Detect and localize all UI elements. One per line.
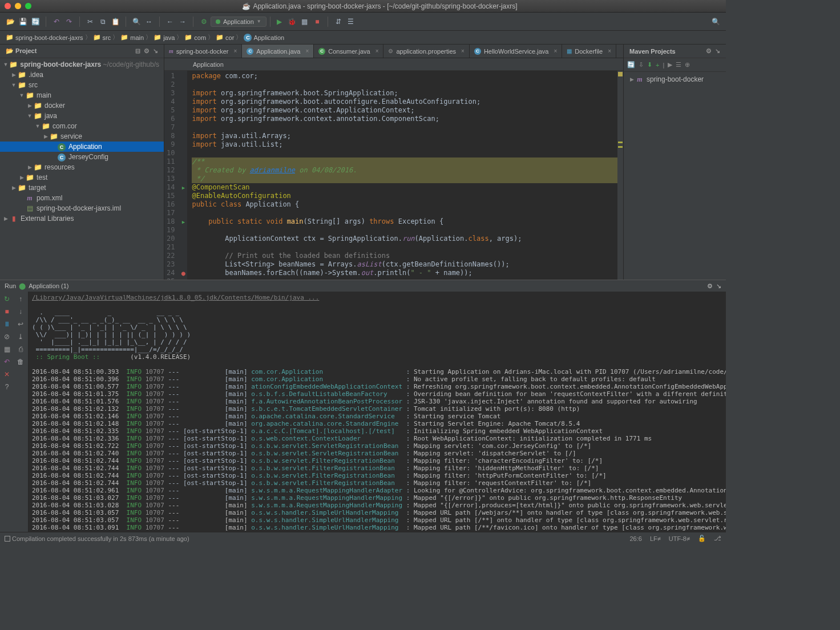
clear-icon[interactable]: 🗑 [15,357,26,367]
tree-resources[interactable]: ▶📁resources [0,162,164,172]
pause-icon[interactable]: ⏸ [2,319,12,329]
rerun-icon[interactable]: ↻ [2,294,12,304]
crumb-com[interactable]: 📁com [184,34,206,41]
line-separator[interactable]: LF≠ [650,535,661,542]
tree-src[interactable]: ▼📁src [0,80,164,90]
line-column[interactable]: 26:6 [630,535,642,542]
structure-icon[interactable]: ☰ [345,16,357,27]
hide-icon[interactable]: ↘ [716,282,721,290]
tree-extlib[interactable]: ▶▮External Libraries [0,213,164,224]
make-icon[interactable]: ⚙ [198,16,209,27]
close-icon[interactable]: × [375,48,379,54]
tab-spring-boot-docker[interactable]: mspring-boot-docker× [164,45,242,58]
forward-icon[interactable]: → [177,16,188,27]
cut-icon[interactable]: ✂ [84,16,96,27]
refresh-icon[interactable]: 🔄 [627,61,635,68]
find-icon[interactable]: 🔍 [131,16,142,27]
readonly-icon[interactable]: 🔓 [698,535,706,542]
mac-close-button[interactable] [5,3,11,9]
encoding[interactable]: UTF-8≠ [669,535,690,542]
tree-service[interactable]: ▶📁service [0,131,164,142]
code-content[interactable]: package com.cor; import org.springframew… [187,71,623,280]
run-maven-icon[interactable]: ▶ [668,61,672,68]
add-icon[interactable]: + [656,62,659,68]
tree-iml[interactable]: ▤spring-boot-docker-jaxrs.iml [0,203,164,213]
up-icon[interactable]: ↑ [15,294,26,304]
close-icon[interactable]: × [305,48,309,54]
hide-icon[interactable]: ↘ [153,47,158,55]
save-icon[interactable]: 💾 [17,16,29,27]
hide-icon[interactable]: ↘ [715,47,720,55]
editor-scrollbar[interactable] [617,71,623,280]
gear-icon[interactable]: ⚙ [707,282,713,290]
console-output[interactable]: /Library/Java/JavaVirtualMachines/jdk1.8… [29,292,726,532]
tree-java[interactable]: ▼📁java [0,111,164,121]
crumb-root[interactable]: 📁spring-boot-docker-jaxrs [6,34,83,41]
download-icon[interactable]: ⬇ [647,61,652,68]
tree-comcor[interactable]: ▼📁com.cor [0,121,164,131]
code-editor[interactable]: 1234567891011121314151617181920212223242… [164,71,623,280]
tab-helloworld[interactable]: CHelloWorldService.java× [470,45,562,58]
debug-icon[interactable]: 🐞 [286,16,298,27]
mac-maximize-button[interactable] [25,3,31,9]
mac-minimize-button[interactable] [15,3,21,9]
soft-wrap-icon[interactable]: ↩ [15,319,26,329]
down-icon[interactable]: ↓ [15,306,26,317]
restore-icon[interactable]: ↶ [2,357,12,367]
crumb-java[interactable]: 📁java [154,34,175,41]
run-config-select[interactable]: Application ▼ [211,17,266,27]
maven-root[interactable]: ▶mspring-boot-docker [628,74,721,84]
close-icon[interactable]: × [608,48,611,54]
tab-properties[interactable]: ⚙application.properties× [383,45,469,58]
tree-jerseyconfig[interactable]: CJerseyConfig [0,152,164,162]
paste-icon[interactable]: 📋 [110,16,121,27]
help-icon[interactable]: ? [2,382,12,392]
maven-tree[interactable]: ▶mspring-boot-docker [624,72,726,87]
generate-icon[interactable]: ⇩ [639,61,644,68]
tree-application[interactable]: CApplication [0,142,164,152]
dump-icon[interactable]: ▦ [2,344,12,354]
close-icon[interactable]: × [234,48,237,54]
tab-consumer[interactable]: CConsumer.java× [314,45,383,58]
run-gutter-icon[interactable]: ▶ [179,217,187,226]
copy-icon[interactable]: ⧉ [97,16,108,27]
crumb-src[interactable]: 📁src [93,34,111,41]
close-icon[interactable]: × [554,48,557,54]
gear-icon[interactable]: ⚙ [144,47,150,55]
tab-application[interactable]: CApplication.java× [242,45,314,58]
tree-test[interactable]: ▶📁test [0,172,164,183]
undo-icon[interactable]: ↶ [51,16,62,27]
refresh-icon[interactable]: 🔄 [30,16,41,27]
tree-docker[interactable]: ▶📁docker [0,100,164,111]
stop-icon[interactable]: ■ [312,16,323,27]
tab-dockerfile[interactable]: ▦Dockerfile× [562,45,616,58]
print-icon[interactable]: ⎙ [15,344,26,354]
collapse-icon[interactable]: ⊟ [135,47,140,55]
stop-icon[interactable]: ■ [2,306,12,317]
crumb-main[interactable]: 📁main [120,34,144,41]
crumb-cor[interactable]: 📁cor [216,34,234,41]
execute-icon[interactable]: ☰ [676,61,681,68]
vcs-icon[interactable]: ⇵ [333,16,344,27]
tree-root[interactable]: ▼📁spring-boot-docker-jaxrs ~/code/git-gi… [0,59,164,70]
toggle-icon[interactable]: ⊕ [685,61,690,68]
redo-icon[interactable]: ↷ [63,16,75,27]
close-icon[interactable]: × [461,48,465,54]
search-everywhere-icon[interactable]: 🔍 [710,16,721,27]
todo-checkbox[interactable] [5,536,10,542]
coverage-icon[interactable]: ▦ [299,16,310,27]
back-icon[interactable]: ← [164,16,176,27]
open-icon[interactable]: 📂 [5,16,16,27]
replace-icon[interactable]: ↔ [143,16,155,27]
breakpoint-icon[interactable]: ● [179,269,187,277]
tree-main[interactable]: ▼📁main [0,90,164,100]
tree-target[interactable]: ▶📁target [0,183,164,193]
run-gutter-icon[interactable]: ▶ [179,183,187,192]
tree-idea[interactable]: ▶📁.idea [0,70,164,80]
close-icon[interactable]: ✕ [2,369,12,379]
gear-icon[interactable]: ⚙ [706,47,712,55]
scroll-end-icon[interactable]: ⤓ [15,332,26,342]
git-icon[interactable]: ⎇ [714,535,721,542]
exit-icon[interactable]: ⊘ [2,332,12,342]
project-tree[interactable]: ▼📁spring-boot-docker-jaxrs ~/code/git-gi… [0,58,164,280]
